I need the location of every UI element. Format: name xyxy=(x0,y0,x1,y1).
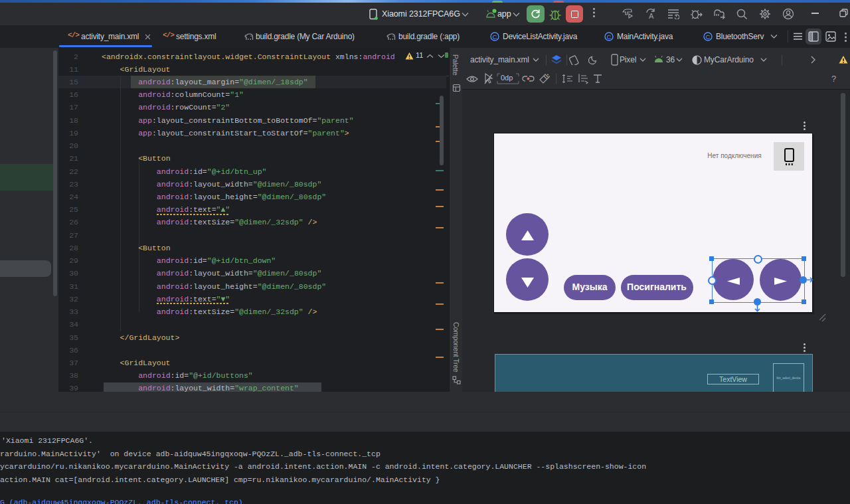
svg-text:C: C xyxy=(607,33,612,41)
svg-text:C: C xyxy=(706,33,711,41)
svg-text:C: C xyxy=(493,33,497,41)
svg-text:A: A xyxy=(649,12,654,20)
